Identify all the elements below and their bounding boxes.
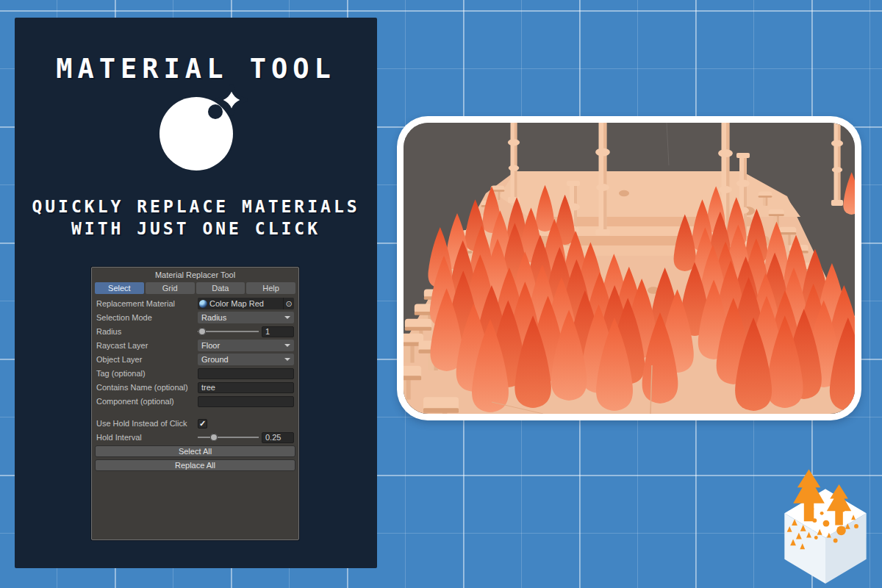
tool-window-title: Material Replacer Tool <box>92 270 298 281</box>
hold-interval-slider-knob[interactable] <box>210 434 218 441</box>
publisher-cube-logo <box>778 463 873 585</box>
object-layer-label: Object Layer <box>96 355 198 364</box>
tool-window-tabs: Select Grid Data Help <box>95 282 295 294</box>
chevron-down-icon <box>284 316 290 319</box>
hero-tagline: QUICKLY REPLACE MATERIALS WITH JUST ONE … <box>15 196 377 240</box>
forest-scene-image <box>404 123 855 414</box>
hold-interval-slider[interactable] <box>198 431 259 443</box>
tab-select[interactable]: Select <box>95 282 144 294</box>
tag-input[interactable] <box>198 368 294 379</box>
replacement-material-field[interactable]: Color Map Red ⊙ <box>198 298 294 309</box>
tagline-line1: QUICKLY REPLACE MATERIALS <box>15 196 377 218</box>
tab-data[interactable]: Data <box>196 282 245 294</box>
replace-all-button[interactable]: Replace All <box>95 459 295 471</box>
radius-value-field[interactable]: 1 <box>262 326 294 337</box>
hero-panel: MATERIAL TOOL QUICKLY REPLACE MATERIALS … <box>15 18 377 568</box>
hold-interval-label: Hold Interval <box>96 433 198 442</box>
raycast-layer-label: Raycast Layer <box>96 341 198 350</box>
radius-slider-knob[interactable] <box>198 328 206 335</box>
use-hold-label: Use Hold Instead of Click <box>96 419 198 428</box>
scene-screenshot <box>404 123 855 414</box>
chevron-down-icon <box>284 344 290 347</box>
selection-mode-label: Selection Mode <box>96 313 198 322</box>
object-layer-dropdown[interactable]: Ground <box>198 354 294 365</box>
hold-interval-value-field[interactable]: 0.25 <box>262 432 294 443</box>
component-input[interactable] <box>198 396 294 407</box>
material-replacer-tool-window: Material Replacer Tool Select Grid Data … <box>91 267 299 540</box>
material-sphere-icon <box>145 81 262 178</box>
raycast-layer-dropdown[interactable]: Floor <box>198 340 294 351</box>
select-all-button[interactable]: Select All <box>95 445 295 457</box>
hero-title: MATERIAL TOOL <box>15 53 377 85</box>
material-asset-icon <box>199 300 207 308</box>
radius-slider[interactable] <box>198 326 259 337</box>
selection-mode-dropdown[interactable]: Radius <box>198 312 294 323</box>
tab-grid[interactable]: Grid <box>146 282 195 294</box>
tag-label: Tag (optional) <box>96 369 198 378</box>
tagline-line2: WITH JUST ONE CLICK <box>15 218 377 240</box>
component-label: Component (optional) <box>96 397 198 406</box>
use-hold-checkbox[interactable]: ✓ <box>198 419 207 429</box>
contains-name-input[interactable]: tree <box>198 382 294 393</box>
scene-screenshot-frame <box>397 116 861 420</box>
contains-name-label: Contains Name (optional) <box>96 383 198 392</box>
replacement-material-label: Replacement Material <box>96 299 198 308</box>
replacement-material-value: Color Map Red <box>209 299 283 308</box>
object-picker-icon[interactable]: ⊙ <box>283 298 294 309</box>
radius-label: Radius <box>96 327 198 336</box>
chevron-down-icon <box>284 358 290 361</box>
tab-help[interactable]: Help <box>246 282 295 294</box>
